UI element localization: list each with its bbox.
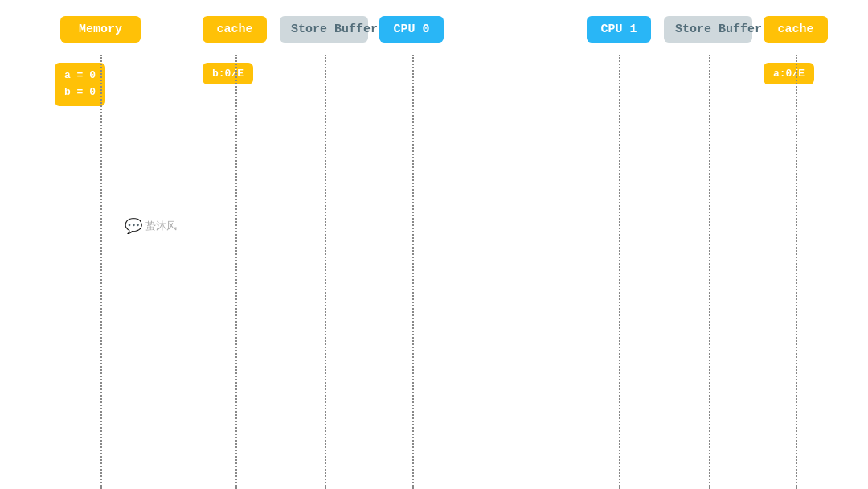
cpu0-cache-header: cache <box>203 16 267 43</box>
dotted-line-cpu0 <box>412 55 414 489</box>
cpu1-cache-content: a:0/E <box>764 63 814 84</box>
diagram: Memory a = 0 b = 0 cache Store Buffer CP… <box>0 0 868 489</box>
dotted-line-cache1 <box>796 55 797 489</box>
cpu1-cache-header: cache <box>764 16 828 43</box>
dotted-line-cpu1 <box>619 55 620 489</box>
wechat-icon: 💬 <box>125 217 142 235</box>
cpu0-header: CPU 0 <box>379 16 444 43</box>
memory-line2: b = 0 <box>64 86 96 98</box>
memory-header: Memory <box>60 16 141 43</box>
watermark: 💬 蛰沐风 <box>125 217 177 235</box>
dotted-line-memory <box>100 55 102 489</box>
cpu1-header: CPU 1 <box>587 16 651 43</box>
cpu0-cache-content: b:0/E <box>203 63 253 84</box>
dotted-line-cache0 <box>235 55 237 489</box>
memory-line1: a = 0 <box>64 69 96 81</box>
cpu0-storebuffer-header: Store Buffer <box>280 16 368 43</box>
cpu1-storebuffer-header: Store Buffer <box>664 16 752 43</box>
dotted-line-storebuf1 <box>709 55 710 489</box>
memory-content: a = 0 b = 0 <box>55 63 105 106</box>
watermark-text: 蛰沐风 <box>145 219 177 233</box>
dotted-line-storebuf0 <box>325 55 326 489</box>
